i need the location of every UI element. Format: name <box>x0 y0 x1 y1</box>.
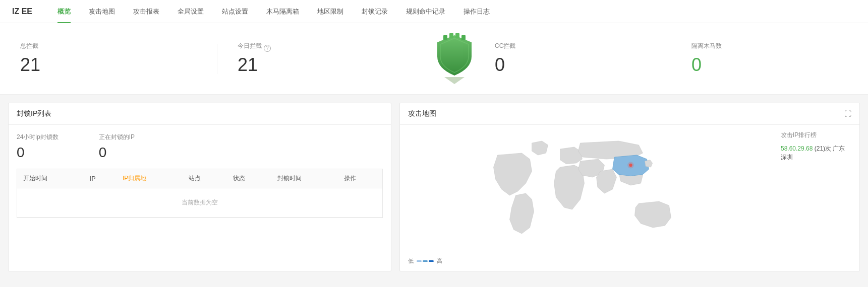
nav-item-trojan-box[interactable]: 木马隔离箱 <box>257 0 308 23</box>
nav-item-overview[interactable]: 概览 <box>48 0 80 23</box>
svg-point-5 <box>627 162 634 169</box>
stat-divider-1 <box>217 44 217 74</box>
svg-rect-3 <box>461 35 466 40</box>
nav-item-site-settings[interactable]: 站点设置 <box>213 0 257 23</box>
svg-rect-0 <box>443 35 447 40</box>
shield-icon <box>434 33 475 79</box>
legend-mid-bar <box>423 260 428 262</box>
cc-block-stat: CC拦截 0 <box>495 42 651 76</box>
logo: IZ EE <box>8 7 36 16</box>
nav-item-attack-report[interactable]: 攻击报表 <box>124 0 168 23</box>
col-site: 站点 <box>183 169 227 188</box>
empty-row: 当前数据为空 <box>17 188 382 218</box>
count-24h-value: 0 <box>17 145 25 161</box>
today-info-icon[interactable]: ? <box>264 45 271 52</box>
map-container: 低 高 攻击IP排行榜 58.60.29.68 (21)次 <box>400 125 859 271</box>
legend-high-bar <box>429 260 434 262</box>
nav-item-attack-map[interactable]: 攻击地图 <box>80 0 124 23</box>
col-status: 状态 <box>227 169 271 188</box>
count-active-label: 正在封锁的IP <box>99 133 135 141</box>
main-content: 封锁IP列表 24小时ip封锁数 0 正在封锁的IP 0 开始时间 IP IP归… <box>0 95 868 279</box>
count-active-value: 0 <box>99 145 107 161</box>
legend-low-label: 低 <box>408 257 414 265</box>
svg-rect-1 <box>449 33 453 38</box>
attack-map-panel: 攻击地图 ⛶ <box>399 103 860 271</box>
nav-item-rule-records[interactable]: 规则命中记录 <box>397 0 454 23</box>
world-map-svg <box>408 131 773 252</box>
nav-item-block-records[interactable]: 封锁记录 <box>353 0 397 23</box>
total-block-stat: 总拦截 21 <box>20 42 197 76</box>
nav-item-global-settings[interactable]: 全局设置 <box>168 0 213 23</box>
count-24h-stat: 24小时ip封锁数 0 <box>17 133 59 161</box>
ip-table-head: 开始时间 IP IP归属地 站点 状态 封锁时间 操作 <box>17 169 382 188</box>
ranking-ip-0: 58.60.29.68 <box>781 145 813 152</box>
world-map-wrap: 低 高 攻击IP排行榜 58.60.29.68 (21)次 <box>408 131 851 265</box>
ip-subheader: 24小时ip封锁数 0 正在封锁的IP 0 <box>9 125 391 169</box>
total-block-label: 总拦截 <box>20 42 38 50</box>
nav-item-region-limit[interactable]: 地区限制 <box>308 0 353 23</box>
trojan-value: 0 <box>691 54 702 76</box>
ip-panel-title: 封锁IP列表 <box>17 109 51 118</box>
ip-table-wrap: 开始时间 IP IP归属地 站点 状态 封锁时间 操作 当前数据为空 <box>17 169 383 218</box>
map-svg-area: 低 高 <box>408 131 773 265</box>
map-legend: 低 高 <box>408 257 773 265</box>
ip-table-body: 当前数据为空 <box>17 188 382 218</box>
legend-high-label: 高 <box>437 257 442 265</box>
ranking-item-0: 58.60.29.68 (21)次 广东 深圳 <box>781 145 851 162</box>
stats-bar: 总拦截 21 今日拦截 ? 21 <box>0 23 868 95</box>
col-block-time: 封锁时间 <box>271 169 338 188</box>
ranking-count-text-0: (21)次 <box>815 145 831 152</box>
today-block-label: 今日拦截 <box>238 42 262 50</box>
ranking-title: 攻击IP排行榜 <box>781 131 851 139</box>
nav-bar: IZ EE 概览 攻击地图 攻击报表 全局设置 站点设置 木马隔离箱 地区限制 … <box>0 0 868 23</box>
ip-panel-header: 封锁IP列表 <box>9 103 391 125</box>
shield-pointer <box>444 77 465 84</box>
col-action: 操作 <box>338 169 382 188</box>
ip-list-panel: 封锁IP列表 24小时ip封锁数 0 正在封锁的IP 0 开始时间 IP IP归… <box>8 103 391 271</box>
cc-block-value: 0 <box>495 54 505 76</box>
right-stats: CC拦截 0 隔离木马数 0 <box>495 42 848 76</box>
col-ip: IP <box>84 169 117 188</box>
attack-panel-title: 攻击地图 <box>408 109 436 118</box>
svg-rect-2 <box>455 33 459 38</box>
nav-item-operation-log[interactable]: 操作日志 <box>454 0 499 23</box>
today-block-value: 21 <box>238 54 258 76</box>
trojan-stat: 隔离木马数 0 <box>691 42 848 76</box>
count-active-stat: 正在封锁的IP 0 <box>99 133 135 161</box>
cc-block-label: CC拦截 <box>495 42 515 50</box>
shield-center <box>414 33 495 84</box>
ip-table: 开始时间 IP IP归属地 站点 状态 封锁时间 操作 当前数据为空 <box>17 169 382 218</box>
col-start-time: 开始时间 <box>17 169 84 188</box>
legend-low-bar <box>417 260 422 262</box>
col-ip-location: IP归属地 <box>117 169 183 188</box>
empty-text: 当前数据为空 <box>17 188 382 218</box>
ranking-panel: 攻击IP排行榜 58.60.29.68 (21)次 广东 深圳 <box>781 131 851 265</box>
trojan-label: 隔离木马数 <box>691 42 722 50</box>
count-24h-label: 24小时ip封锁数 <box>17 133 59 141</box>
attack-panel-header: 攻击地图 ⛶ <box>400 103 859 125</box>
expand-icon[interactable]: ⛶ <box>844 110 851 118</box>
today-block-stat: 今日拦截 ? 21 <box>238 42 414 76</box>
total-block-value: 21 <box>20 54 40 76</box>
